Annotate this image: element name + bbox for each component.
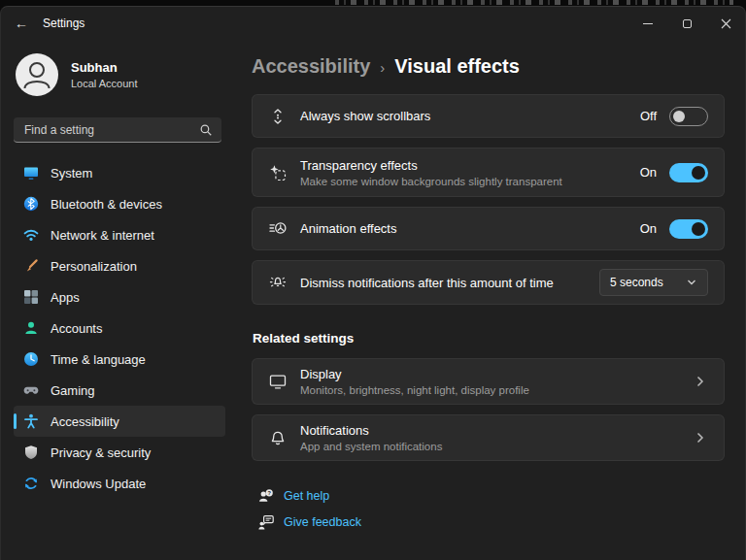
link-label: Give feedback <box>284 515 361 529</box>
sidebar-item-label: Time & language <box>51 352 146 367</box>
person-icon <box>16 53 58 96</box>
transparency-toggle[interactable] <box>669 163 708 182</box>
toggle-knob <box>692 222 705 236</box>
toggle-knob <box>673 111 685 122</box>
sidebar-item-label: Network & internet <box>51 228 154 243</box>
sidebar-item-time-language[interactable]: Time & language <box>14 344 225 375</box>
related-settings-header: Related settings <box>253 331 725 346</box>
sidebar-item-label: Bluetooth & devices <box>51 197 162 212</box>
related-display-link[interactable]: Display Monitors, brightness, night ligh… <box>252 358 725 405</box>
maximize-icon <box>683 19 692 28</box>
apps-icon <box>23 289 39 305</box>
gaming-icon <box>23 382 39 398</box>
setting-dismiss-notifications: Dismiss notifications after this amount … <box>252 260 725 305</box>
user-account[interactable]: Subhan Local Account <box>16 53 240 96</box>
setting-title: Dismiss notifications after this amount … <box>300 276 554 290</box>
help-links: ? Get help Give feedback <box>252 488 725 530</box>
user-account-type: Local Account <box>71 78 138 89</box>
display-icon <box>269 373 287 390</box>
related-item-title: Display <box>300 367 529 381</box>
close-button[interactable] <box>706 7 745 40</box>
setting-title: Transparency effects <box>300 158 562 173</box>
related-item-subtitle: App and system notifications <box>300 441 442 452</box>
chevron-right-icon <box>693 374 708 389</box>
link-label: Get help <box>284 489 329 503</box>
settings-list: Always show scrollbars Off Transparency … <box>252 94 725 530</box>
animation-toggle[interactable] <box>669 219 708 239</box>
back-button[interactable]: ← <box>7 9 36 38</box>
network-icon <box>23 227 39 243</box>
sidebar-item-network[interactable]: Network & internet <box>14 219 225 250</box>
accounts-icon <box>23 320 39 336</box>
breadcrumb: Accessibility › Visual effects <box>252 55 725 78</box>
related-item-title: Notifications <box>300 423 442 438</box>
sidebar-item-accounts[interactable]: Accounts <box>14 313 225 344</box>
transparency-icon <box>269 164 287 181</box>
toggle-state-label: Off <box>640 109 657 123</box>
setting-transparency-effects: Transparency effects Make some window ba… <box>252 148 725 197</box>
sidebar-item-accessibility[interactable]: Accessibility <box>14 406 225 437</box>
svg-text:?: ? <box>267 490 271 496</box>
sidebar-item-label: System <box>51 166 92 181</box>
user-name: Subhan <box>71 60 138 75</box>
window-controls <box>628 7 745 40</box>
chevron-down-icon <box>686 277 697 288</box>
search-box[interactable] <box>14 117 221 143</box>
dropdown-value: 5 seconds <box>610 276 663 289</box>
toggle-knob <box>692 166 705 180</box>
accessibility-icon <box>23 413 39 429</box>
window-title: Settings <box>43 16 85 30</box>
sidebar-item-apps[interactable]: Apps <box>14 281 225 313</box>
setting-title: Animation effects <box>300 221 396 236</box>
breadcrumb-separator-icon: › <box>380 57 385 76</box>
chevron-right-icon <box>693 430 708 445</box>
sidebar-item-system[interactable]: System <box>14 157 225 188</box>
windows-update-icon <box>23 476 39 491</box>
time-language-icon <box>23 351 39 367</box>
maximize-button[interactable] <box>667 7 706 40</box>
sidebar-item-windows-update[interactable]: Windows Update <box>14 468 225 499</box>
setting-title: Always show scrollbars <box>300 109 430 123</box>
related-item-subtitle: Monitors, brightness, night light, displ… <box>300 384 529 396</box>
search-icon <box>199 123 213 137</box>
setting-subtitle: Make some window backgrounds slightly tr… <box>300 176 562 187</box>
sidebar: Subhan Local Account <box>1 40 240 560</box>
toggle-state-label: On <box>640 221 657 236</box>
close-icon <box>721 18 731 29</box>
settings-window: ← Settings Subhan Local Accoun <box>0 6 746 560</box>
sidebar-item-personalization[interactable]: Personalization <box>14 250 225 281</box>
sidebar-item-label: Windows Update <box>51 477 146 491</box>
sidebar-item-label: Accessibility <box>51 414 119 429</box>
sidebar-item-label: Gaming <box>51 383 95 398</box>
titlebar: ← Settings <box>1 7 745 40</box>
background-window-remnant <box>335 0 733 5</box>
scrollbars-toggle[interactable] <box>669 107 708 126</box>
privacy-icon <box>23 445 39 460</box>
sidebar-nav: System Bluetooth & devices <box>14 157 240 499</box>
sidebar-item-bluetooth[interactable]: Bluetooth & devices <box>14 188 225 219</box>
sidebar-item-privacy[interactable]: Privacy & security <box>14 437 225 468</box>
dismiss-time-dropdown[interactable]: 5 seconds <box>599 269 708 296</box>
related-notifications-link[interactable]: Notifications App and system notificatio… <box>252 414 725 461</box>
page-title: Visual effects <box>394 55 520 78</box>
selected-indicator <box>14 413 17 429</box>
notifications-icon <box>269 429 287 446</box>
get-help-link[interactable]: ? Get help <box>258 488 725 504</box>
main-content: Accessibility › Visual effects Always sh… <box>240 40 745 560</box>
search-input[interactable] <box>16 123 199 137</box>
give-feedback-icon <box>258 514 274 530</box>
sidebar-item-gaming[interactable]: Gaming <box>14 375 225 406</box>
give-feedback-link[interactable]: Give feedback <box>258 514 725 530</box>
sidebar-item-label: Personalization <box>51 259 137 274</box>
avatar <box>16 53 58 96</box>
minimize-button[interactable] <box>628 7 667 40</box>
bluetooth-icon <box>23 196 39 212</box>
personalization-icon <box>23 258 39 274</box>
system-icon <box>23 165 39 181</box>
minimize-icon <box>643 23 653 24</box>
animation-icon <box>269 220 287 238</box>
breadcrumb-parent[interactable]: Accessibility <box>252 55 370 78</box>
sidebar-item-label: Apps <box>51 290 80 305</box>
sidebar-item-label: Privacy & security <box>51 445 151 460</box>
setting-always-show-scrollbars: Always show scrollbars Off <box>252 94 725 138</box>
